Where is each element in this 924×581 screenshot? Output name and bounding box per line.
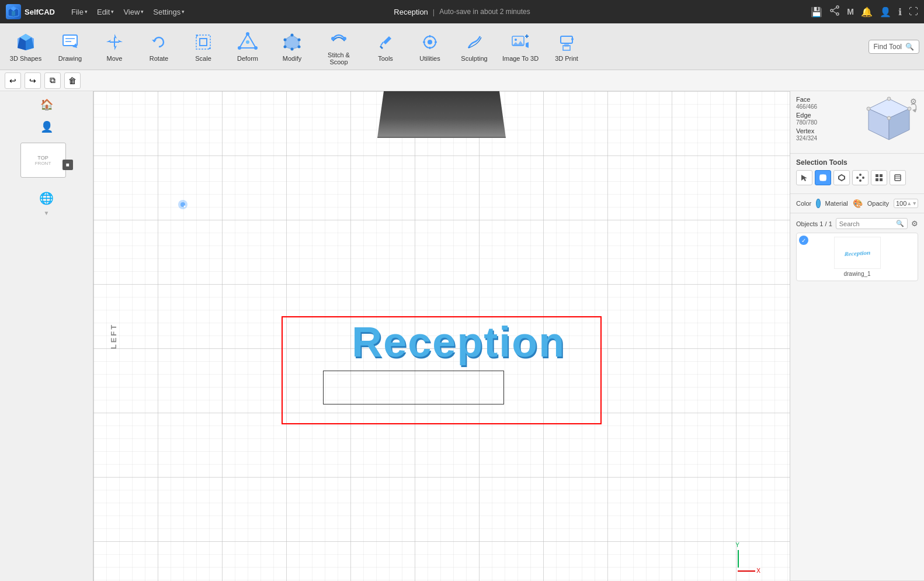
vertex-label: Vertex (796, 127, 814, 134)
tool-rotate-icon (148, 32, 169, 53)
svg-point-69 (867, 107, 870, 110)
tool-drawing-icon (60, 32, 81, 53)
menu-settings[interactable]: Settings▾ (148, 5, 189, 19)
bell-icon[interactable]: 🔔 (861, 6, 873, 18)
object-item[interactable]: ✓ Reception drawing_1 (796, 233, 918, 281)
face-label: Face (796, 96, 810, 103)
redo-button[interactable]: ↪ (25, 72, 41, 89)
app-logo[interactable]: SelfCAD (6, 4, 55, 19)
share-icon[interactable] (829, 5, 840, 18)
tool-image-to-3d[interactable]: Image To 3D (498, 26, 543, 67)
material-icon[interactable]: 🎨 (853, 199, 863, 208)
tool-modify[interactable]: Modify (271, 26, 313, 67)
opacity-stepper[interactable]: ▲▼ (906, 200, 917, 206)
axis-x-label: X (756, 568, 760, 574)
objects-header: Objects 1 / 1 🔍 ⚙ (796, 218, 918, 229)
expand-icon[interactable]: ▼ (44, 210, 50, 216)
person-icon[interactable]: 👤 (38, 118, 55, 136)
svg-point-49 (515, 39, 517, 41)
tool-move[interactable]: Move (93, 26, 136, 67)
tool-stitch-scoop-label: Stitch & Scoop (318, 51, 360, 65)
find-tool-label: Find Tool (874, 43, 902, 51)
menu-view[interactable]: View▾ (119, 5, 148, 19)
find-tool-area: Find Tool 🔍 (869, 40, 919, 54)
redo-icon: ↪ (29, 76, 36, 85)
edge-select-button[interactable] (833, 170, 850, 185)
svg-point-38 (284, 38, 287, 41)
svg-rect-56 (564, 43, 569, 47)
objects-search[interactable]: 🔍 (836, 218, 908, 229)
objects-gear-icon[interactable]: ⚙ (911, 219, 918, 228)
topbar-right-icons: 💾 M 🔔 👤 ℹ ⛶ (811, 5, 918, 18)
svg-point-40 (343, 37, 346, 40)
tool-rotate[interactable]: Rotate (138, 26, 180, 67)
sel-tool-book[interactable] (890, 170, 906, 185)
tool-3d-shapes[interactable]: 3D Shapes (5, 26, 47, 67)
topbar: SelfCAD File▾ Edit▾ View▾ Settings▾ Rece… (0, 0, 924, 23)
tool-utilities[interactable]: Utilities (409, 26, 451, 67)
svg-line-6 (833, 8, 836, 10)
tool-3d-print[interactable]: 3D Print (546, 26, 588, 67)
menu-edit[interactable]: Edit▾ (92, 5, 119, 19)
tool-tools[interactable]: Tools (364, 26, 407, 67)
opacity-input[interactable]: 100 ▲▼ (894, 199, 918, 208)
select-cursor-button[interactable] (796, 170, 812, 185)
selection-tools-section: Selection Tools (790, 154, 924, 194)
svg-point-39 (331, 37, 335, 40)
save-icon[interactable]: 💾 (811, 6, 822, 18)
tool-drawing[interactable]: Drawing (49, 26, 91, 67)
stats-block: Face 466/466 Edge 780/780 Vertex 324/324 (796, 96, 817, 141)
svg-rect-79 (876, 174, 878, 177)
search-input[interactable] (839, 220, 894, 227)
tool-utilities-icon (419, 32, 440, 53)
svg-rect-81 (876, 178, 878, 181)
cube-side-button[interactable]: ■ (62, 160, 73, 170)
tool-sculpting[interactable]: Sculpting (453, 26, 495, 67)
svg-rect-24 (196, 35, 210, 49)
svg-marker-50 (512, 41, 524, 46)
face-select-button[interactable] (815, 170, 831, 185)
svg-rect-83 (895, 175, 901, 181)
svg-marker-32 (285, 35, 299, 49)
delete-button[interactable]: 🗑 (64, 72, 81, 89)
svg-line-7 (833, 11, 836, 13)
copy-button[interactable]: ⧉ (44, 72, 61, 89)
color-material-section: Color Material 🎨 Opacity 100 ▲▼ (790, 194, 924, 213)
edge-value: 780/780 (796, 119, 817, 126)
undo-button[interactable]: ↩ (5, 72, 21, 89)
color-picker[interactable] (816, 199, 820, 208)
axis-y-label: Y (735, 542, 739, 548)
stats-section: Face 466/466 Edge 780/780 Vertex 324/324 (790, 91, 924, 154)
find-tool-input[interactable]: Find Tool 🔍 (869, 40, 919, 54)
view-cube[interactable]: TOP FRONT (20, 143, 66, 178)
svg-point-77 (859, 179, 862, 182)
document-title-area: Reception | Auto-save in about 2 minutes (394, 8, 530, 16)
sel-tool-extra[interactable] (871, 170, 887, 185)
svg-point-5 (836, 13, 839, 15)
svg-point-35 (298, 45, 301, 48)
svg-point-78 (856, 177, 859, 179)
tool-scale[interactable]: Scale (182, 26, 224, 67)
tool-deform-icon (237, 32, 258, 53)
selection-tools-label: Selection Tools (796, 158, 847, 167)
tool-deform[interactable]: Deform (227, 26, 269, 67)
svg-point-29 (254, 46, 258, 50)
m-icon[interactable]: M (847, 7, 854, 16)
svg-line-41 (381, 42, 383, 46)
svg-marker-53 (526, 42, 529, 48)
home-icon[interactable]: 🏠 (38, 96, 55, 113)
globe-icon[interactable]: 🌐 (39, 191, 54, 205)
viewport[interactable]: LEFT Reception Y X (93, 91, 790, 581)
tool-stitch-scoop[interactable]: Stitch & Scoop (315, 26, 362, 67)
panel-gear-icon[interactable]: ⚙ (910, 97, 917, 106)
tool-sculpting-icon (464, 32, 485, 53)
fullscreen-icon[interactable]: ⛶ (909, 6, 918, 17)
info-icon[interactable]: ℹ (898, 6, 902, 18)
vertex-select-button[interactable] (852, 170, 869, 185)
user-icon[interactable]: 👤 (880, 6, 891, 18)
svg-marker-74 (839, 175, 845, 181)
svg-point-37 (284, 45, 287, 48)
menu-file[interactable]: File▾ (67, 5, 92, 19)
svg-marker-26 (208, 47, 210, 49)
axis-y-line (738, 550, 739, 568)
